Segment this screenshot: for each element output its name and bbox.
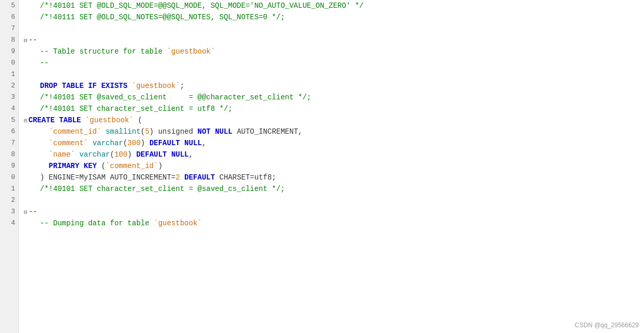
- line-number: 2: [0, 195, 18, 206]
- code-line: `comment` varchar(300) DEFAULT NULL,: [24, 137, 644, 149]
- editor-container: 56789012345678901234 /*!40101 SET @OLD_S…: [0, 0, 644, 333]
- token-normal: AUTO_INCREMENT,: [233, 127, 302, 136]
- token-kw-blue: CREATE TABLE: [29, 116, 81, 124]
- line-numbers: 56789012345678901234: [0, 0, 19, 333]
- line-number: 7: [0, 23, 18, 34]
- code-line: /*!40101 SET @saved_cs_client = @@charac…: [24, 92, 644, 103]
- token-normal: (: [110, 150, 114, 159]
- code-line: DROP TABLE IF EXISTS `guestbook`;: [24, 80, 644, 92]
- token-normal: ,: [189, 150, 193, 159]
- line-number: 1: [0, 69, 18, 80]
- token-kw-green: --: [29, 36, 37, 44]
- token-comment-block: /*!40101 SET @saved_cs_client = @@charac…: [31, 93, 311, 101]
- token-string-val: `name`: [31, 150, 75, 159]
- code-line: [24, 23, 644, 34]
- token-kw-green: --: [31, 59, 49, 67]
- line-number: 8: [0, 34, 18, 46]
- token-normal: ): [31, 173, 49, 182]
- token-normal: unsigned: [158, 127, 198, 136]
- watermark: CSDN @qq_29566629: [575, 322, 639, 329]
- token-normal: ENGINE=MyISAM AUTO_INCREMENT=: [49, 173, 176, 182]
- token-normal: ): [128, 150, 136, 159]
- code-line: -- Dumping data for table `guestbook`: [24, 217, 644, 229]
- token-num: 2: [175, 173, 180, 182]
- code-line: ⊟--: [24, 34, 644, 46]
- token-string-val: `guestbook`: [154, 219, 201, 227]
- code-line: /*!40101 SET character_set_client = utf8…: [24, 103, 644, 114]
- token-kw-blue: NOT NULL: [197, 127, 232, 136]
- token-normal: ): [149, 127, 158, 136]
- line-number: 0: [0, 57, 18, 69]
- fold-icon[interactable]: ⊟: [24, 37, 28, 44]
- code-line: /*!40101 SET @OLD_SQL_MODE=@@SQL_MODE, S…: [24, 0, 644, 11]
- token-kw-blue: DEFAULT NULL: [149, 139, 202, 147]
- line-number: 9: [0, 46, 18, 57]
- line-number: 5: [0, 0, 18, 11]
- token-normal: CHARSET=utf8;: [215, 173, 276, 182]
- code-line: `name` varchar(100) DEFAULT NULL,: [24, 149, 644, 160]
- line-number: 4: [0, 103, 18, 114]
- code-line: [24, 69, 644, 80]
- token-comment-block: /*!40101 SET character_set_client = utf8…: [31, 105, 232, 113]
- fold-icon[interactable]: ⊟: [24, 209, 28, 215]
- code-line: ⊟--: [24, 206, 644, 217]
- token-string-val: `guestbook`: [167, 47, 214, 56]
- code-line: /*!40111 SET @OLD_SQL_NOTES=@@SQL_NOTES,…: [24, 11, 644, 23]
- token-string-val: `comment_id`: [31, 127, 101, 136]
- token-normal: (: [123, 139, 127, 147]
- token-normal: [88, 139, 92, 147]
- code-line: `comment_id` smallint(5) unsigned NOT NU…: [24, 126, 644, 137]
- line-number: 2: [0, 80, 18, 92]
- token-normal: [101, 127, 105, 136]
- token-normal: ): [141, 139, 149, 147]
- line-number: 1: [0, 183, 18, 195]
- code-line: PRIMARY KEY (`comment_id`): [24, 160, 644, 172]
- token-string-val: `guestbook`: [85, 116, 133, 124]
- token-string-val: `comment`: [31, 139, 88, 147]
- code-line: ) ENGINE=MyISAM AUTO_INCREMENT=2 DEFAULT…: [24, 172, 644, 183]
- token-comment-block: /*!40101 SET character_set_client = @sav…: [31, 185, 285, 193]
- line-number: 6: [0, 11, 18, 23]
- token-comment: -- Dumping data for table: [31, 219, 154, 227]
- token-kw-green: --: [29, 208, 37, 216]
- token-kw-blue: DROP TABLE IF EXISTS: [31, 82, 128, 90]
- token-kw-blue: PRIMARY KEY: [31, 162, 97, 170]
- line-number: 8: [0, 149, 18, 160]
- code-line: /*!40101 SET character_set_client = @sav…: [24, 183, 644, 195]
- token-comment-block: /*!40111 SET @OLD_SQL_NOTES=@@SQL_NOTES,…: [31, 13, 285, 21]
- line-number: 3: [0, 92, 18, 103]
- fold-icon[interactable]: ⊟: [24, 118, 28, 124]
- token-num: 100: [115, 150, 128, 159]
- code-area: /*!40101 SET @OLD_SQL_MODE=@@SQL_MODE, S…: [19, 0, 644, 333]
- code-line: --: [24, 57, 644, 69]
- token-comment-block: /*!40101 SET @OLD_SQL_MODE=@@SQL_MODE, S…: [31, 2, 364, 10]
- line-number: 6: [0, 126, 18, 137]
- token-kw-blue: DEFAULT NULL: [136, 150, 189, 159]
- token-num: 300: [128, 139, 141, 147]
- token-normal: ,: [202, 139, 206, 147]
- line-number: 0: [0, 172, 18, 183]
- token-normal: ): [158, 162, 162, 170]
- code-line: [24, 195, 644, 206]
- token-kw-teal: varchar: [93, 139, 123, 147]
- line-number: 5: [0, 114, 18, 126]
- token-kw-teal: varchar: [79, 150, 110, 159]
- code-line: ⊟CREATE TABLE `guestbook` (: [24, 114, 644, 126]
- token-num: 5: [145, 127, 149, 136]
- token-normal: ;: [180, 82, 184, 90]
- token-kw-blue: DEFAULT: [184, 173, 215, 182]
- line-number: 7: [0, 137, 18, 149]
- token-normal: (: [133, 116, 142, 124]
- token-comment: -- Table structure for table: [31, 47, 167, 56]
- token-normal: (: [97, 162, 106, 170]
- token-string-val: `guestbook`: [132, 82, 180, 90]
- token-normal: [128, 82, 132, 90]
- line-number: 3: [0, 206, 18, 217]
- token-normal: [81, 116, 85, 124]
- line-number: 4: [0, 217, 18, 229]
- token-kw-teal: smallint: [106, 127, 141, 136]
- token-normal: [180, 173, 184, 182]
- token-string-val: `comment_id`: [106, 162, 158, 170]
- line-number: 9: [0, 160, 18, 172]
- code-line: -- Table structure for table `guestbook`: [24, 46, 644, 57]
